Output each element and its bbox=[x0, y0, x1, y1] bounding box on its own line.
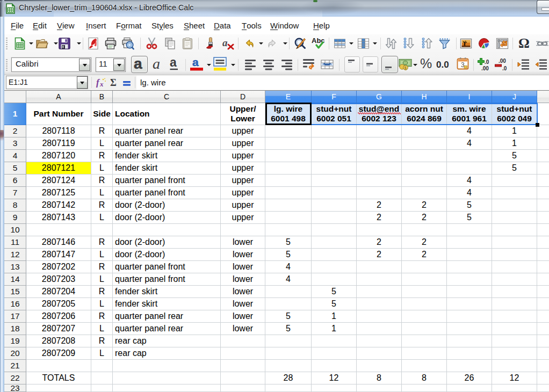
svg-text:a: a bbox=[134, 56, 142, 72]
svg-text:.0: .0 bbox=[502, 66, 507, 71]
svg-text:a: a bbox=[153, 56, 160, 72]
svg-text:%: % bbox=[420, 57, 432, 71]
svg-text:.00: .00 bbox=[481, 66, 489, 71]
svg-text:0.0: 0.0 bbox=[436, 60, 449, 70]
svg-text:.0: .0 bbox=[485, 59, 489, 65]
svg-text:$: $ bbox=[404, 66, 407, 70]
svg-text:x: x bbox=[99, 80, 104, 88]
svg-text:a: a bbox=[170, 56, 177, 69]
svg-text:a: a bbox=[192, 57, 199, 68]
svg-text:.00: .00 bbox=[499, 58, 506, 64]
svg-text:a: a bbox=[222, 37, 228, 48]
svg-text:Σ: Σ bbox=[110, 77, 117, 88]
svg-text:Ω: Ω bbox=[518, 37, 530, 50]
